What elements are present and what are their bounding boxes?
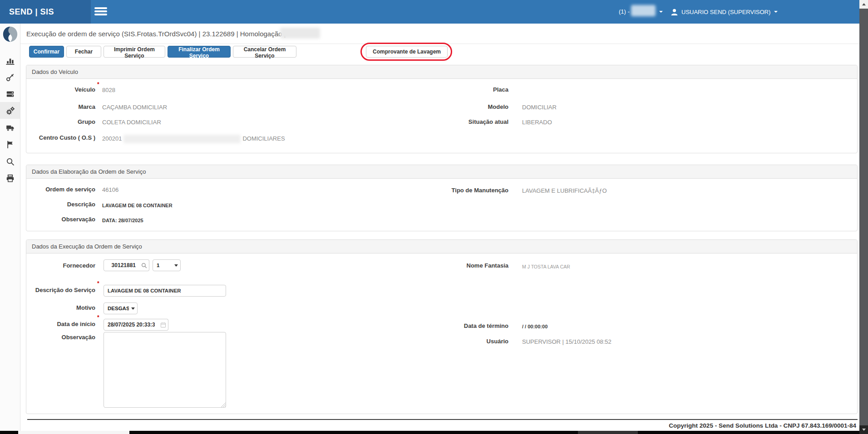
key-icon xyxy=(6,73,15,82)
search-icon xyxy=(6,157,15,166)
label-motivo: Motivo xyxy=(24,304,95,312)
scroll-up-arrow-icon[interactable] xyxy=(859,0,868,9)
sidebar-item-access[interactable] xyxy=(6,73,15,82)
label-marca: Marca xyxy=(24,103,95,111)
horizontal-scrollbar-thumb[interactable] xyxy=(18,431,129,434)
label-usuario: Usuário xyxy=(437,338,508,345)
panel-elaboration: Dados da Elaboração da Ordem de Serviço xyxy=(26,165,858,231)
user-label: USUARIO SEND (SUPERVISOR) xyxy=(681,9,770,15)
left-sidebar xyxy=(0,24,20,431)
printer-icon xyxy=(6,174,15,183)
value-descricao-os: LAVAGEM DE 08 CONTAINER xyxy=(102,202,173,209)
label-data-termino: Data de término xyxy=(437,322,508,330)
session-dropdown-caret-icon[interactable] xyxy=(659,11,663,13)
print-order-button[interactable]: Imprimir Ordem Serviço xyxy=(104,46,165,58)
label-data-inicio: Data de início xyxy=(24,321,95,328)
value-data-termino: / / 00:00:00 xyxy=(522,323,547,330)
horizontal-scrollbar-segment xyxy=(578,431,638,434)
required-asterisk: * xyxy=(97,281,99,286)
motivo-select[interactable]: DESGASTE xyxy=(104,302,138,314)
gears-icon xyxy=(6,107,15,115)
label-descricao-os: Descrição xyxy=(24,201,95,208)
sidebar-item-reports[interactable] xyxy=(6,140,15,149)
sidebar-item-print[interactable] xyxy=(6,174,15,183)
label-descricao-servico: Descrição do Serviço xyxy=(24,287,95,294)
sidebar-item-settings[interactable] xyxy=(6,107,15,115)
label-placa: Placa xyxy=(437,86,508,93)
value-tipo-manutencao: LAVAGEM E LUBRIFICAÃ‡ÃƒO xyxy=(522,187,607,195)
value-modelo: DOMICILIAR xyxy=(522,104,557,111)
hamburger-menu-icon[interactable] xyxy=(94,7,107,15)
label-tipo-manutencao: Tipo de Manutenção xyxy=(437,187,508,194)
footer-divider xyxy=(27,419,858,420)
sidebar-item-server[interactable] xyxy=(6,90,15,98)
motivo-select-wrap: DESGASTE xyxy=(104,302,138,314)
scroll-down-arrow-icon[interactable] xyxy=(859,425,868,434)
redacted-centro-custo xyxy=(123,135,241,143)
value-observacao-os: DATA: 28/07/2025 xyxy=(102,217,143,224)
company-logo[interactable] xyxy=(2,26,19,43)
wash-receipt-button[interactable]: Comprovante de Lavagem xyxy=(366,46,448,58)
user-dropdown-caret-icon xyxy=(774,11,778,13)
user-menu[interactable]: USUARIO SEND (SUPERVISOR) xyxy=(671,0,778,24)
page-title: Execução de ordem de serviço (SIS.Frotas… xyxy=(26,24,286,44)
observacao-textarea[interactable] xyxy=(104,332,226,408)
app-brand: SEND | SIS xyxy=(9,0,54,24)
top-navbar: SEND | SIS (1) - USUARIO SEND (SUPERVISO… xyxy=(0,0,868,24)
bar-chart-icon xyxy=(6,56,15,65)
label-situacao-atual: Situação atual xyxy=(437,118,508,126)
label-observacao-os: Observação xyxy=(24,216,95,223)
value-situacao-atual: LIBERADO xyxy=(522,119,552,126)
redacted-session-name xyxy=(631,5,656,16)
fornecedor-seq-select-wrap: 1 xyxy=(153,259,181,271)
required-asterisk: * xyxy=(97,315,99,320)
horizontal-scrollbar[interactable] xyxy=(0,431,859,434)
label-veiculo: Veículo xyxy=(24,86,95,93)
centro-custo-prefix: 200201 xyxy=(102,135,122,142)
vertical-scrollbar[interactable] xyxy=(859,0,868,434)
label-centro-custo: Centro Custo ( O.S ) xyxy=(24,134,95,141)
server-icon xyxy=(6,90,15,98)
session-badge: (1) - xyxy=(619,0,630,24)
label-nome-fantasia: Nome Fantasia xyxy=(437,262,508,269)
fornecedor-search-button[interactable] xyxy=(139,259,149,271)
truck-icon xyxy=(6,123,15,132)
label-fornecedor: Fornecedor xyxy=(24,262,95,269)
value-centro-custo: 200201DOMICILIARES xyxy=(102,135,285,143)
panel-elaboration-title: Dados da Elaboração da Ordem de Serviço xyxy=(26,165,857,179)
label-ordem-servico: Ordem de serviço xyxy=(24,186,95,193)
calendar-icon xyxy=(160,322,166,328)
sidebar-item-charts[interactable] xyxy=(6,56,15,65)
value-nome-fantasia: M J TOSTA LAVA CAR xyxy=(522,263,570,270)
flag-icon xyxy=(6,140,15,149)
app-window: SEND | SIS (1) - USUARIO SEND (SUPERVISO… xyxy=(0,0,868,434)
sidebar-item-fleet[interactable] xyxy=(6,123,15,132)
fornecedor-seq-select[interactable]: 1 xyxy=(153,259,181,271)
vertical-scrollbar-thumb[interactable] xyxy=(859,9,868,425)
value-marca: CAÇAMBA DOMICILIAR xyxy=(102,104,167,111)
panel-vehicle-title: Dados do Veículo xyxy=(26,65,857,79)
value-usuario: SUPERVISOR | 15/10/2025 08:52 xyxy=(522,338,612,346)
data-inicio-input[interactable] xyxy=(104,319,159,331)
centro-custo-suffix: DOMICILIARES xyxy=(242,135,285,142)
sidebar-item-search[interactable] xyxy=(6,157,15,166)
required-asterisk: * xyxy=(97,82,99,87)
panel-execution-title: Dados da Execução da Ordem de Serviço xyxy=(26,240,857,254)
redacted-title-suffix xyxy=(280,28,320,39)
label-observacao-execucao: Observação xyxy=(24,334,95,341)
confirm-button[interactable]: Confirmar xyxy=(29,46,64,58)
value-grupo: COLETA DOMICILIAR xyxy=(102,119,161,126)
value-veiculo: 8028 xyxy=(102,87,115,94)
finalize-order-button[interactable]: Finalizar Ordem Serviço xyxy=(168,46,231,58)
value-ordem-servico: 46106 xyxy=(102,186,118,194)
label-grupo: Grupo xyxy=(24,118,95,126)
data-inicio-calendar-button[interactable] xyxy=(158,319,168,331)
magnifier-icon xyxy=(141,263,147,268)
descricao-servico-input[interactable] xyxy=(104,285,226,297)
label-modelo: Modelo xyxy=(437,103,508,111)
user-icon xyxy=(671,8,678,16)
close-button[interactable]: Fechar xyxy=(66,46,101,58)
fornecedor-input[interactable] xyxy=(104,259,140,271)
cancel-order-button[interactable]: Cancelar Ordem Serviço xyxy=(233,46,296,58)
copyright-text: Copyright 2025 - Send Solutions Ltda - C… xyxy=(454,422,856,429)
